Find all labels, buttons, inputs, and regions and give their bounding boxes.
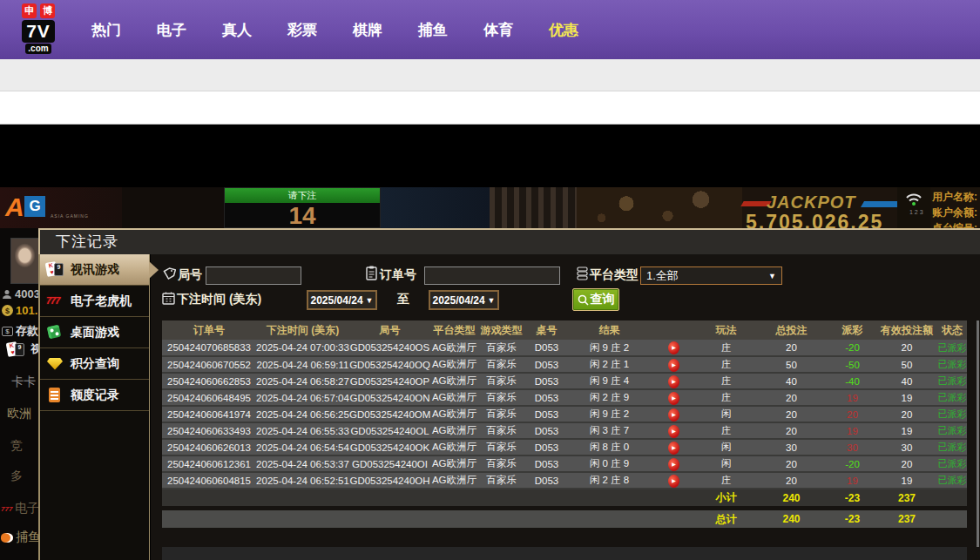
logo-badge-shen: 申: [22, 3, 37, 18]
col-status: 状态: [937, 320, 967, 340]
url-bar[interactable]: [0, 91, 980, 125]
bg-label-kaka: 卡卡: [11, 374, 36, 390]
scrollbar[interactable]: [977, 320, 979, 547]
col-round-no: 局号: [349, 320, 430, 340]
screen: 申 博 7V .com 热门 电子 真人 彩票 棋牌 捕鱼 体育 优惠 AG A…: [0, 0, 980, 560]
date-to-picker[interactable]: 2025/04/24 ▼: [429, 290, 499, 310]
signal-segment: 1 2 3: [897, 187, 930, 228]
strip-decor-stripes: [490, 187, 577, 228]
countdown-box: 请下注 14: [224, 187, 381, 228]
bg-label-duo: 多: [10, 469, 23, 484]
gem-icon: [46, 355, 65, 373]
deposit-link: $ 存款: [2, 323, 38, 339]
subtotal-row: 小计 240 -23 237: [162, 489, 967, 506]
round-no-input[interactable]: [206, 267, 301, 285]
bg-label-jing: 竞: [10, 438, 23, 454]
replay-play-icon[interactable]: [668, 359, 679, 372]
date-from-picker[interactable]: 2025/04/24 ▼: [307, 290, 377, 310]
replay-play-icon[interactable]: [668, 458, 679, 471]
bet-prompt: 请下注: [225, 188, 380, 203]
replay-play-icon[interactable]: [668, 475, 679, 488]
money-bag-icon: $: [2, 305, 13, 316]
sidebar-item-points-query[interactable]: 积分查询: [40, 348, 149, 380]
user-name-label: 用户名称:: [932, 190, 977, 205]
tag-icon: [163, 267, 176, 280]
col-result: 结果: [569, 320, 650, 340]
search-button[interactable]: 查询: [572, 288, 619, 311]
ag-logo-a: A: [5, 192, 24, 222]
nav-item-lottery[interactable]: 彩票: [287, 20, 317, 40]
order-no-label: 订单号: [380, 267, 416, 283]
clipboard-icon: [366, 266, 377, 280]
logo-name: 7V: [22, 20, 55, 43]
panel-title: 下注记录: [38, 228, 980, 254]
jackpot-value: 5,705,026.25: [746, 211, 883, 228]
wifi-icon: [904, 191, 923, 206]
sidebar-item-credit-records[interactable]: 额度记录: [40, 380, 149, 411]
ag-logo-subtext: ASIA GAMING: [51, 213, 89, 219]
replay-play-icon[interactable]: [668, 442, 679, 455]
balance-amount: $ 101.: [2, 304, 37, 317]
nav-item-promo[interactable]: 优惠: [549, 20, 578, 40]
table-row: 250424060648495 2025-04-24 06:57:04 GD05…: [162, 389, 967, 406]
platform-icon: [577, 267, 588, 280]
nav-item-slots[interactable]: 电子: [157, 20, 186, 40]
table-no-label: 桌台编号:: [932, 221, 977, 228]
nav-item-cards[interactable]: 棋牌: [353, 20, 382, 40]
bg-video-nav: K♥9 视: [7, 341, 42, 357]
platform-type-select[interactable]: 1.全部 ▼: [640, 267, 782, 285]
jackpot-segment: JACKPOT 5,705,026.25: [742, 187, 916, 228]
to-label: 至: [397, 292, 409, 307]
countdown-number: 14: [225, 203, 380, 228]
replay-play-icon[interactable]: [668, 408, 679, 422]
ag-logo-g: G: [24, 196, 45, 217]
chevron-down-icon: ▼: [488, 296, 496, 305]
sidebar-item-table-games[interactable]: 桌面游戏: [40, 317, 149, 348]
nav-item-live[interactable]: 真人: [222, 20, 252, 40]
replay-play-icon[interactable]: [668, 392, 679, 405]
col-play: 玩法: [698, 320, 754, 340]
nav-item-hot[interactable]: 热门: [91, 20, 121, 40]
browser-title-bar: [0, 59, 980, 91]
slot-777-icon: 777: [1, 505, 12, 513]
logo-tld: .com: [25, 44, 51, 54]
bg-label-europe: 欧洲: [7, 406, 31, 422]
replay-play-icon[interactable]: [668, 341, 679, 354]
col-payout: 派彩: [828, 320, 876, 340]
round-no-label: 局号: [178, 267, 202, 283]
col-total-bet: 总投注: [754, 320, 828, 340]
chevron-down-icon: ▼: [768, 272, 776, 280]
logo-badge-bo: 博: [40, 3, 55, 18]
calendar-icon: [162, 292, 175, 305]
replay-play-icon[interactable]: [668, 425, 679, 438]
slot-777-icon: 777: [46, 293, 65, 310]
sidebar-menu: K♥9 视讯游戏 777 电子老虎机 桌面游戏 积分查询 额度记录: [38, 254, 150, 560]
order-no-input[interactable]: [424, 267, 560, 285]
sidebar-item-video-games[interactable]: K♥9 视讯游戏: [40, 254, 149, 286]
avatar: [10, 238, 39, 284]
user-info-segment: 用户名称: 账户余额: 桌台编号:: [930, 187, 980, 228]
bet-records-table: 订单号 下注时间 (美东) 局号 平台类型 游戏类型 桌号 结果 玩法 总投注 …: [162, 320, 967, 528]
sidebar-item-slots[interactable]: 777 电子老虎机: [40, 286, 149, 317]
fish-icon: [1, 533, 13, 543]
table-row: 250424060641974 2025-04-24 06:56:25 GD05…: [162, 406, 967, 422]
nav-item-sports[interactable]: 体育: [483, 20, 513, 40]
player-count: 4003: [2, 287, 40, 300]
site-nav: 申 博 7V .com 热门 电子 真人 彩票 棋牌 捕鱼 体育 优惠: [0, 0, 980, 59]
cards-icon: K♥9: [46, 261, 65, 279]
user-balance-label: 账户余额:: [932, 206, 977, 220]
col-order-no: 订单号: [162, 320, 256, 340]
table-row: 250424060612361 2025-04-24 06:53:37 GD05…: [162, 455, 967, 472]
table-row: 250424060633493 2025-04-24 06:55:33 GD05…: [162, 422, 967, 439]
site-logo[interactable]: 申 博 7V .com: [16, 3, 61, 54]
table-header-row: 订单号 下注时间 (美东) 局号 平台类型 游戏类型 桌号 结果 玩法 总投注 …: [162, 320, 967, 340]
game-strip: A G ASIA GAMING 请下注 14 JACKPOT 5,705,026…: [0, 187, 980, 228]
table-row: 250424060670552 2025-04-24 06:59:11 GD05…: [162, 356, 967, 373]
nav-item-fishing[interactable]: 捕鱼: [418, 20, 448, 40]
bet-table-body: 250424070685833 2025-04-24 07:00:33 GD05…: [162, 340, 967, 489]
table-row: 250424060604815 2025-04-24 06:52:51 GD05…: [162, 472, 967, 489]
search-icon: [578, 294, 589, 306]
col-platform: 平台类型: [430, 320, 478, 340]
ag-logo-segment: A G ASIA GAMING: [0, 187, 122, 228]
replay-play-icon[interactable]: [668, 375, 679, 388]
